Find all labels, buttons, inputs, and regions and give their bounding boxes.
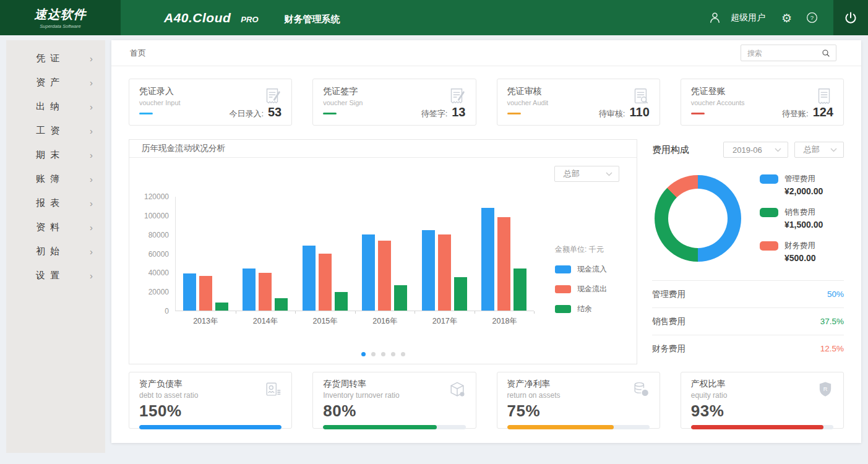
sidebar-item-0[interactable]: 凭 证› [6, 46, 105, 71]
sidebar-item-5[interactable]: 账 簿› [6, 167, 105, 191]
branch-select[interactable]: 总部 [554, 166, 619, 182]
sidebar-item-label: 资 料 [36, 221, 61, 233]
bar-现金流出[interactable] [438, 234, 451, 311]
pagination-dot-4[interactable] [401, 352, 405, 356]
voucher-card-1[interactable]: 凭证签字 voucher Sign 待签字:13 [312, 79, 476, 126]
card-subtitle: debt to asset ratio [139, 391, 281, 400]
legend-item-结余[interactable]: 结余 [555, 304, 635, 314]
product-title: A40.Cloud PRO 财务管理系统 [164, 11, 340, 25]
card-subtitle: equity ratio [691, 391, 833, 400]
chevron-down-icon [830, 148, 837, 152]
slice-amount: ¥2,000.00 [784, 186, 823, 196]
logout-power-icon[interactable] [833, 0, 868, 35]
bar-现金流出[interactable] [497, 217, 510, 311]
bar-现金流入[interactable] [362, 234, 375, 311]
bar-现金流出[interactable] [259, 273, 272, 311]
sidebar-item-4[interactable]: 期 末› [6, 143, 105, 167]
sidebar-item-label: 出 纳 [36, 101, 61, 113]
sidebar-item-1[interactable]: 资 产› [6, 71, 105, 95]
ratio-value: 80% [323, 402, 465, 421]
logo-subtitle: Superdata Software [40, 24, 80, 29]
progress-track [507, 425, 650, 429]
month-select-value: 2019-06 [733, 145, 762, 155]
bar-现金流出[interactable] [319, 254, 332, 311]
current-user-label[interactable]: 超级用户 [731, 12, 765, 24]
search-input[interactable] [747, 49, 821, 58]
bar-结余[interactable] [215, 303, 228, 311]
tab-home[interactable]: 首页 [130, 48, 146, 59]
legend-item-现金流入[interactable]: 现金流入 [555, 264, 635, 275]
expense-row-财务费用: 财务费用12.5% [652, 335, 844, 362]
sidebar-item-2[interactable]: 出 纳› [6, 95, 105, 119]
bar-现金流入[interactable] [243, 269, 256, 311]
ratio-value: 150% [139, 402, 281, 421]
progress-track [323, 425, 465, 429]
y-tick-label: 120000 [144, 192, 169, 201]
help-icon[interactable]: ? [806, 11, 819, 24]
bar-结余[interactable] [394, 285, 407, 311]
y-tick-label: 80000 [148, 231, 169, 239]
ratio-card-2[interactable]: 资产净利率 return on assets 75% ¥ [497, 372, 660, 429]
cube-icon [447, 380, 467, 400]
voucher-card-3[interactable]: 凭证登账 voucher Accounts 待登账:124 [681, 79, 844, 126]
donut-legend-item-管理费用[interactable]: 管理费用¥2,000.00 [760, 174, 823, 196]
legend-swatch [555, 265, 571, 273]
search-box[interactable] [741, 45, 836, 61]
bar-现金流入[interactable] [422, 230, 435, 311]
voucher-card-0[interactable]: 凭证录入 voucher Input 今日录入:53 [129, 79, 292, 126]
chevron-right-icon: › [90, 270, 93, 281]
sidebar-item-3[interactable]: 工 资› [6, 119, 105, 143]
sidebar-item-7[interactable]: 资 料› [6, 215, 105, 239]
accent-dash [139, 113, 153, 114]
stat-value: 53 [268, 105, 281, 119]
progress-fill [323, 425, 437, 429]
logo-title: 速达软件 [35, 6, 87, 23]
card-title: 凭证登账 [691, 86, 833, 97]
bar-现金流入[interactable] [183, 273, 196, 311]
donut-legend-item-财务费用[interactable]: 财务费用¥500.00 [760, 241, 823, 263]
ratio-value: 75% [507, 402, 650, 421]
bar-结余[interactable] [454, 277, 467, 311]
stat-label: 待审核: [599, 108, 625, 119]
settings-gear-icon[interactable]: ⚙ [781, 11, 792, 25]
pagination-dot-1[interactable] [371, 352, 376, 356]
x-tick-label: 2017年 [415, 316, 475, 327]
x-tick-label: 2013年 [176, 316, 236, 327]
month-select[interactable]: 2019-06 [723, 142, 788, 158]
app-logo: 速达软件 Superdata Software [0, 0, 121, 35]
pagination-dot-3[interactable] [391, 352, 395, 356]
x-axis-labels: 2013年2014年2015年2016年2017年2018年 [176, 316, 535, 327]
bar-现金流入[interactable] [481, 208, 494, 311]
pagination-dot-2[interactable] [381, 352, 385, 356]
expense-donut-chart [655, 175, 741, 262]
certificate-icon [263, 380, 283, 400]
stat-label: 今日录入: [229, 108, 264, 119]
search-icon[interactable] [821, 48, 831, 58]
bar-现金流出[interactable] [199, 276, 212, 311]
pagination-dots [129, 352, 637, 356]
bar-结余[interactable] [513, 269, 526, 311]
chevron-down-icon [606, 172, 612, 176]
bar-结余[interactable] [275, 298, 288, 311]
user-icon[interactable] [708, 11, 722, 25]
bar-现金流入[interactable] [303, 246, 316, 311]
progress-fill [691, 425, 823, 429]
branch-select-2[interactable]: 总部 [794, 142, 844, 158]
sidebar-item-8[interactable]: 初 始› [6, 239, 105, 264]
sidebar-item-9[interactable]: 设 置› [6, 264, 105, 288]
ratio-card-3[interactable]: 产权比率 equity ratio 93% R [681, 372, 844, 429]
voucher-card-2[interactable]: 凭证审核 voucher Audit 待审核:110 [497, 79, 660, 126]
x-tick-label: 2018年 [475, 316, 535, 327]
legend-item-现金流出[interactable]: 现金流出 [555, 284, 635, 294]
svg-text:?: ? [810, 14, 814, 21]
ratio-card-1[interactable]: 存货周转率 Inventory turnover ratio 80% [312, 372, 476, 429]
chart-title: 历年现金流动状况分析 [129, 140, 637, 158]
expense-percent: 50% [827, 290, 844, 299]
expense-percent: 37.5% [820, 317, 844, 326]
pagination-dot-0[interactable] [361, 352, 366, 356]
ratio-card-0[interactable]: 资产负债率 debt to asset ratio 150% [129, 372, 292, 429]
bar-结余[interactable] [335, 292, 348, 311]
sidebar-item-6[interactable]: 报 表› [6, 191, 105, 215]
bar-现金流出[interactable] [378, 241, 391, 311]
donut-legend-item-销售费用[interactable]: 销售费用¥1,500.00 [760, 207, 823, 230]
